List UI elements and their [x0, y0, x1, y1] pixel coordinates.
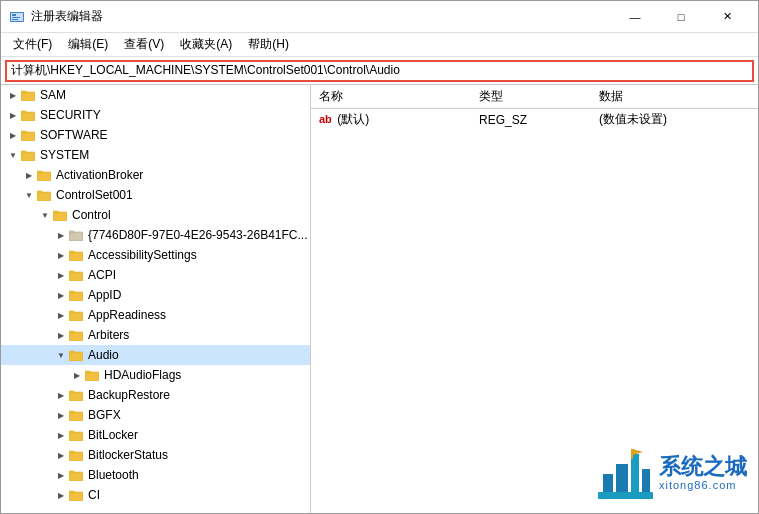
svg-rect-27 [69, 312, 83, 321]
label-appid: AppID [88, 288, 121, 302]
label-acpi: ACPI [88, 268, 116, 282]
svg-rect-42 [69, 451, 74, 453]
label-bgfx: BGFX [88, 408, 121, 422]
tree-item-audio[interactable]: Audio [1, 345, 310, 365]
tree-item-appid[interactable]: AppID [1, 285, 310, 305]
svg-rect-11 [21, 152, 35, 161]
tree-item-backuprestore[interactable]: BackupRestore [1, 385, 310, 405]
svg-rect-43 [69, 472, 83, 481]
arrow-backuprestore [53, 391, 69, 400]
svg-rect-20 [69, 231, 74, 233]
tree-item-security[interactable]: SECURITY [1, 105, 310, 125]
label-activationbroker: ActivationBroker [56, 168, 143, 182]
label-backuprestore: BackupRestore [88, 388, 170, 402]
tree-item-hdaudioflags[interactable]: HDAudioFlags [1, 365, 310, 385]
svg-rect-19 [69, 232, 83, 241]
menu-view[interactable]: 查看(V) [116, 34, 172, 55]
table-row[interactable]: ab (默认) REG_SZ (数值未设置) [311, 109, 758, 131]
svg-rect-40 [69, 431, 74, 433]
arrow-bluetooth [53, 471, 69, 480]
tree-item-controlset001[interactable]: ControlSet001 [1, 185, 310, 205]
tree-item-activationbroker[interactable]: ActivationBroker [1, 165, 310, 185]
svg-rect-24 [69, 271, 74, 273]
label-hdaudioflags: HDAudioFlags [104, 368, 181, 382]
svg-rect-34 [85, 371, 90, 373]
label-sam: SAM [40, 88, 66, 102]
svg-rect-5 [21, 92, 35, 101]
tree-item-accessibilitysettings[interactable]: AccessibilitySettings [1, 245, 310, 265]
arrow-system [5, 151, 21, 160]
arrow-bitlockerstatus [53, 451, 69, 460]
svg-rect-10 [21, 131, 26, 133]
tree-panel[interactable]: SAM SECURITY SOFTWARE [1, 85, 311, 513]
label-bitlocker: BitLocker [88, 428, 138, 442]
main-content: SAM SECURITY SOFTWARE [1, 85, 758, 513]
label-bitlockerstatus: BitlockerStatus [88, 448, 168, 462]
svg-rect-9 [21, 132, 35, 141]
arrow-appreadiness [53, 311, 69, 320]
arrow-guid [53, 231, 69, 240]
cell-data: (数值未设置) [591, 109, 758, 131]
cell-type: REG_SZ [471, 109, 591, 131]
folder-icon-sam [21, 88, 37, 102]
svg-rect-8 [21, 111, 26, 113]
svg-rect-36 [69, 391, 74, 393]
minimize-button[interactable]: — [612, 1, 658, 33]
tree-item-sam[interactable]: SAM [1, 85, 310, 105]
tree-item-bluetooth[interactable]: Bluetooth [1, 465, 310, 485]
menu-file[interactable]: 文件(F) [5, 34, 60, 55]
arrow-sam [5, 91, 21, 100]
folder-icon-ci [69, 488, 85, 502]
folder-icon-acpi [69, 268, 85, 282]
folder-icon-arbiters [69, 328, 85, 342]
menu-favorites[interactable]: 收藏夹(A) [172, 34, 240, 55]
close-button[interactable]: ✕ [704, 1, 750, 33]
svg-rect-14 [37, 171, 42, 173]
label-system: SYSTEM [40, 148, 89, 162]
maximize-button[interactable]: □ [658, 1, 704, 33]
svg-rect-18 [53, 211, 58, 213]
label-bluetooth: Bluetooth [88, 468, 139, 482]
svg-rect-25 [69, 292, 83, 301]
detail-panel[interactable]: 名称 类型 数据 ab (默认) REG_SZ (数值未设置) [311, 85, 758, 513]
address-bar [1, 57, 758, 85]
svg-rect-26 [69, 291, 74, 293]
svg-rect-16 [37, 191, 42, 193]
tree-item-bitlockerstatus[interactable]: BitlockerStatus [1, 445, 310, 465]
svg-rect-2 [12, 14, 16, 16]
label-accessibilitysettings: AccessibilitySettings [88, 248, 197, 262]
registry-table: 名称 类型 数据 ab (默认) REG_SZ (数值未设置) [311, 85, 758, 130]
tree-item-system[interactable]: SYSTEM [1, 145, 310, 165]
menu-help[interactable]: 帮助(H) [240, 34, 297, 55]
svg-rect-30 [69, 331, 74, 333]
arrow-appid [53, 291, 69, 300]
tree-item-arbiters[interactable]: Arbiters [1, 325, 310, 345]
tree-item-ci[interactable]: CI [1, 485, 310, 505]
arrow-controlset001 [21, 191, 37, 200]
arrow-accessibilitysettings [53, 251, 69, 260]
tree-item-guid[interactable]: {7746D80F-97E0-4E26-9543-26B41FC... [1, 225, 310, 245]
label-ci: CI [88, 488, 100, 502]
svg-rect-32 [69, 351, 74, 353]
menu-edit[interactable]: 编辑(E) [60, 34, 116, 55]
svg-rect-3 [12, 17, 20, 18]
folder-icon-audio [69, 348, 85, 362]
folder-icon-hdaudioflags [85, 368, 101, 382]
regedit-window: 注册表编辑器 — □ ✕ 文件(F) 编辑(E) 查看(V) 收藏夹(A) 帮助… [0, 0, 759, 514]
tree-item-software[interactable]: SOFTWARE [1, 125, 310, 145]
label-guid: {7746D80F-97E0-4E26-9543-26B41FC... [88, 228, 307, 242]
col-name: 名称 [311, 85, 471, 109]
arrow-security [5, 111, 21, 120]
arrow-software [5, 131, 21, 140]
tree-item-bgfx[interactable]: BGFX [1, 405, 310, 425]
folder-icon-accessibilitysettings [69, 248, 85, 262]
tree-item-acpi[interactable]: ACPI [1, 265, 310, 285]
tree-item-appreadiness[interactable]: AppReadiness [1, 305, 310, 325]
folder-icon-backuprestore [69, 388, 85, 402]
tree-item-control[interactable]: Control [1, 205, 310, 225]
arrow-bgfx [53, 411, 69, 420]
tree-item-bitlocker[interactable]: BitLocker [1, 425, 310, 445]
folder-icon-activationbroker [37, 168, 53, 182]
arrow-hdaudioflags [69, 371, 85, 380]
address-input[interactable] [5, 60, 754, 82]
